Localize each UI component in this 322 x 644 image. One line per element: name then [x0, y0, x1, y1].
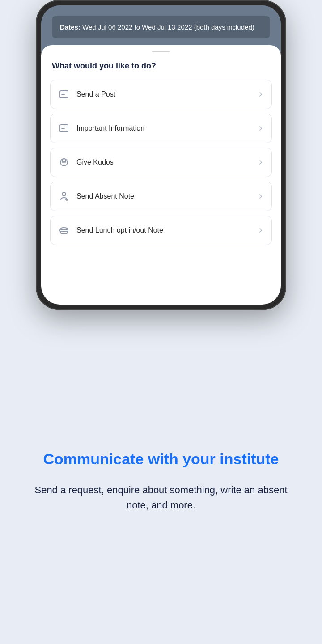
svg-point-8: [62, 192, 66, 196]
chevron-right-icon: [257, 159, 264, 166]
kudos-icon: [58, 156, 70, 169]
bottom-sheet: What would you like to do?: [41, 45, 281, 305]
menu-label-send-post: Send a Post: [76, 90, 115, 98]
info-icon: [58, 122, 70, 135]
absent-icon: [58, 190, 70, 203]
post-icon: [58, 88, 70, 101]
menu-item-send-lunch-note[interactable]: Send Lunch opt in/out Note: [50, 216, 272, 245]
menu-item-left: Send a Post: [58, 88, 115, 101]
screen-background: Dates: Wed Jul 06 2022 to Wed Jul 13 202…: [41, 5, 281, 38]
phone-screen: Dates: Wed Jul 06 2022 to Wed Jul 13 202…: [41, 5, 281, 305]
menu-item-left: Send Absent Note: [58, 190, 134, 203]
phone-shell: Dates: Wed Jul 06 2022 to Wed Jul 13 202…: [36, 0, 286, 310]
chevron-right-icon: [257, 227, 264, 234]
menu-item-send-absent-note[interactable]: Send Absent Note: [50, 182, 272, 211]
bottom-section: Communicate with your institute Send a r…: [0, 310, 322, 644]
chevron-right-icon: [257, 91, 264, 98]
menu-label-send-lunch-note: Send Lunch opt in/out Note: [76, 226, 163, 234]
menu-label-give-kudos: Give Kudos: [76, 158, 114, 166]
menu-item-left: Send Lunch opt in/out Note: [58, 224, 163, 237]
menu-item-left: Give Kudos: [58, 156, 114, 169]
sheet-handle: [152, 51, 170, 52]
dates-bar: Dates: Wed Jul 06 2022 to Wed Jul 13 202…: [52, 16, 270, 38]
menu-item-give-kudos[interactable]: Give Kudos: [50, 148, 272, 177]
sheet-title: What would you like to do?: [50, 61, 272, 71]
svg-rect-0: [60, 91, 68, 98]
phone-frame: Dates: Wed Jul 06 2022 to Wed Jul 13 202…: [36, 0, 286, 310]
chevron-right-icon: [257, 193, 264, 200]
lunch-icon: [58, 224, 70, 237]
menu-item-important-info[interactable]: Important Information: [50, 114, 272, 143]
svg-rect-3: [60, 125, 68, 132]
menu-label-send-absent-note: Send Absent Note: [76, 192, 134, 200]
menu-label-important-info: Important Information: [76, 124, 144, 132]
bottom-subtext: Send a request, enquire about something,…: [27, 483, 295, 513]
bottom-headline: Communicate with your institute: [43, 450, 279, 468]
menu-item-left: Important Information: [58, 122, 144, 135]
dates-text: Dates: Wed Jul 06 2022 to Wed Jul 13 202…: [60, 23, 254, 31]
menu-list: Send a Post: [50, 80, 272, 245]
chevron-right-icon: [257, 125, 264, 132]
menu-item-send-post[interactable]: Send a Post: [50, 80, 272, 109]
